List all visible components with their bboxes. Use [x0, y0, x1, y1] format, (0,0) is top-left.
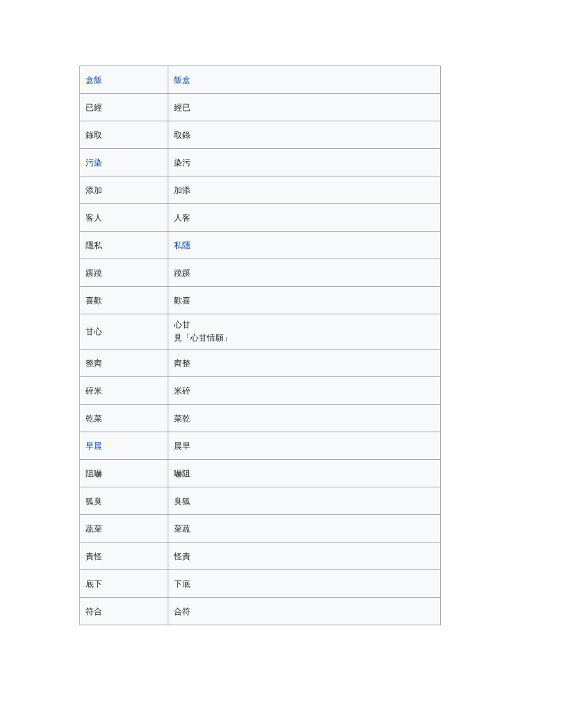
right-cell: 合符: [168, 598, 440, 625]
term-text: 底下: [86, 579, 102, 589]
right-cell: 飯盒: [168, 66, 440, 94]
right-cell: 晨早: [168, 432, 440, 460]
table-row: 污染染污: [80, 149, 441, 176]
term-text: 狐臭: [86, 496, 102, 506]
left-cell: 盒飯: [80, 66, 168, 94]
table-row: 喜歡歡喜: [80, 287, 441, 314]
term-text: 阻嚇: [86, 469, 102, 478]
right-cell: 心甘見「心甘情願」: [168, 314, 440, 350]
left-cell: 甘心: [80, 314, 168, 350]
left-cell: 已經: [80, 94, 168, 121]
table-row: 已經經已: [80, 94, 441, 121]
term-text: 米碎: [174, 386, 190, 396]
term-text: 人客: [174, 213, 190, 223]
term-text: 菜蔬: [174, 524, 190, 534]
term-text: 染污: [174, 158, 190, 168]
left-cell: 阻嚇: [80, 460, 168, 487]
term-extra: 見「心甘情願」: [174, 333, 232, 343]
right-cell: 菜蔬: [168, 515, 440, 543]
left-cell: 整齊: [80, 350, 168, 377]
right-cell: 取錄: [168, 121, 440, 149]
right-cell: 經已: [168, 94, 440, 121]
left-cell: 添加: [80, 176, 168, 204]
table-row: 阻嚇嚇阻: [80, 460, 441, 487]
table-row: 乾菜菜乾: [80, 405, 441, 432]
term-text: 臭狐: [174, 496, 190, 506]
term-text: 下底: [174, 579, 190, 589]
table-row: 隱私私隱: [80, 232, 441, 259]
term-text: 加添: [174, 185, 190, 195]
table-row: 錄取取錄: [80, 121, 441, 149]
left-cell: 早晨: [80, 432, 168, 460]
right-cell: 歡喜: [168, 287, 440, 314]
term-text: 蹺蹊: [174, 268, 190, 278]
right-cell: 嚇阻: [168, 460, 440, 487]
right-cell: 菜乾: [168, 405, 440, 432]
left-cell: 符合: [80, 598, 168, 625]
left-cell: 蹊蹺: [80, 259, 168, 287]
right-cell: 染污: [168, 149, 440, 176]
term-text: 符合: [86, 607, 102, 616]
term-text: 責怪: [86, 552, 102, 561]
right-cell: 齊整: [168, 350, 440, 377]
table-row: 盒飯飯盒: [80, 66, 441, 94]
table-row: 碎米米碎: [80, 377, 441, 405]
left-cell: 隱私: [80, 232, 168, 259]
term-text: 晨早: [174, 441, 190, 451]
term-link[interactable]: 私隱: [174, 241, 190, 250]
term-text: 錄取: [86, 130, 102, 140]
table-row: 蹊蹺蹺蹊: [80, 259, 441, 287]
term-text: 已經: [86, 103, 102, 112]
term-link[interactable]: 污染: [86, 158, 102, 168]
table-row: 狐臭臭狐: [80, 487, 441, 515]
left-cell: 錄取: [80, 121, 168, 149]
term-text: 客人: [86, 213, 102, 223]
left-cell: 乾菜: [80, 405, 168, 432]
left-cell: 污染: [80, 149, 168, 176]
term-text: 甘心: [86, 327, 102, 336]
term-text: 取錄: [174, 130, 190, 140]
left-cell: 蔬菜: [80, 515, 168, 543]
table-row: 整齊齊整: [80, 350, 441, 377]
term-text: 齊整: [174, 358, 190, 368]
table-row: 底下下底: [80, 570, 441, 598]
right-cell: 怪責: [168, 543, 440, 570]
right-cell: 私隱: [168, 232, 440, 259]
term-text: 合符: [174, 607, 190, 616]
table-row: 蔬菜菜蔬: [80, 515, 441, 543]
term-text: 喜歡: [86, 296, 102, 305]
right-cell: 蹺蹊: [168, 259, 440, 287]
term-link[interactable]: 早晨: [86, 441, 102, 451]
right-cell: 下底: [168, 570, 440, 598]
left-cell: 底下: [80, 570, 168, 598]
term-text: 隱私: [86, 241, 102, 250]
term-text: 怪責: [174, 552, 190, 561]
term-text: 蹊蹺: [86, 268, 102, 278]
term-text: 菜乾: [174, 414, 190, 423]
right-cell: 人客: [168, 204, 440, 232]
term-text: 蔬菜: [86, 524, 102, 534]
left-cell: 狐臭: [80, 487, 168, 515]
right-cell: 米碎: [168, 377, 440, 405]
term-link[interactable]: 飯盒: [174, 75, 190, 85]
left-cell: 客人: [80, 204, 168, 232]
table-row: 客人人客: [80, 204, 441, 232]
term-text: 整齊: [86, 358, 102, 368]
table-row: 責怪怪責: [80, 543, 441, 570]
term-text: 乾菜: [86, 414, 102, 423]
table-row: 甘心心甘見「心甘情願」: [80, 314, 441, 350]
term-text: 歡喜: [174, 296, 190, 305]
left-cell: 碎米: [80, 377, 168, 405]
term-text: 嚇阻: [174, 469, 190, 478]
left-cell: 喜歡: [80, 287, 168, 314]
term-text: 碎米: [86, 386, 102, 396]
vocab-table: 盒飯飯盒已經經已錄取取錄污染染污添加加添客人人客隱私私隱蹊蹺蹺蹊喜歡歡喜甘心心甘…: [79, 65, 441, 625]
term-text: 添加: [86, 185, 102, 195]
right-cell: 加添: [168, 176, 440, 204]
term-link[interactable]: 盒飯: [86, 75, 102, 85]
term-text: 經已: [174, 103, 190, 112]
table-row: 符合合符: [80, 598, 441, 625]
left-cell: 責怪: [80, 543, 168, 570]
right-cell: 臭狐: [168, 487, 440, 515]
table-row: 添加加添: [80, 176, 441, 204]
